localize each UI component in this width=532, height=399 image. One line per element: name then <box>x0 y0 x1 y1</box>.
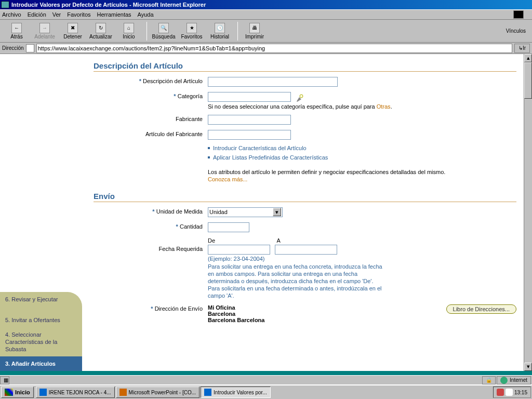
scrollbar[interactable]: ▴ ▾ <box>524 54 532 371</box>
menu-favoritos[interactable]: Favoritos <box>67 11 90 18</box>
clock: 13:15 <box>514 390 527 395</box>
envio-line2: Barcelona <box>208 311 446 317</box>
scroll-thumb[interactable] <box>524 62 532 99</box>
input-fecha-de[interactable] <box>208 245 270 255</box>
task-ie-active[interactable]: Introducir Valores por... <box>201 387 271 398</box>
label-categoria: Categoría <box>178 93 203 99</box>
back-button[interactable]: ←Atrás <box>3 23 30 39</box>
label-fecha: Fecha Requerida <box>159 246 203 252</box>
status-icon: ▦ <box>0 376 9 384</box>
window-title: Introducir Valores por Defecto de Artícu… <box>11 2 206 8</box>
links-label[interactable]: Vínculos <box>503 28 529 34</box>
step-6[interactable]: 6. Revisar y Ejecutar <box>0 292 82 313</box>
link-caracteristicas[interactable]: Introducir Características del Artículo <box>208 145 307 151</box>
tray-icon-1[interactable] <box>497 389 504 396</box>
svg-point-1 <box>300 95 303 98</box>
status-lock-icon: 🔒 <box>482 376 496 384</box>
menu-bar: Archivo Edición Ver Favoritos Herramient… <box>0 9 532 20</box>
print-button[interactable]: 🖶Imprimir <box>241 23 268 39</box>
page-viewport: 6. Revisar y Ejecutar 5. Invitar a Ofert… <box>0 54 532 371</box>
chevron-down-icon[interactable]: ▾ <box>273 208 281 216</box>
step-3-active[interactable]: 3. Añadir Artículos <box>0 356 82 371</box>
date-help-3: determinada o después, introduzca dicha … <box>208 277 516 285</box>
forward-button: →Adelante <box>31 23 58 39</box>
section-envio: Envío <box>94 192 516 202</box>
label-descripcion: Descripción del Artículo <box>143 78 203 84</box>
scroll-down-button[interactable]: ▾ <box>524 363 532 371</box>
label-de: De <box>208 237 275 244</box>
windows-icon <box>5 389 13 396</box>
scroll-up-button[interactable]: ▴ <box>524 54 532 62</box>
attr-text: Los atributos del artículo le permiten d… <box>208 169 445 175</box>
label-dir-envio: Dirección de Envío <box>155 305 203 312</box>
link-listas[interactable]: Aplicar Listas Predefinidas de Caracterí… <box>208 154 328 161</box>
ie-logo-icon <box>513 10 524 19</box>
input-fecha-a[interactable] <box>275 245 337 255</box>
input-cantidad[interactable] <box>208 222 249 232</box>
stop-button[interactable]: ✖Detener <box>59 23 86 39</box>
section-descripcion: Descripción del Artículo <box>94 61 516 72</box>
input-descripcion[interactable] <box>208 77 338 87</box>
start-button[interactable]: Inicio <box>1 387 34 398</box>
date-help-1: Para solicitar una entrega en una fecha … <box>208 263 516 270</box>
system-tray[interactable]: 13:15 <box>493 387 531 398</box>
label-cantidad: Cantidad <box>180 223 203 230</box>
menu-archivo[interactable]: Archivo <box>2 11 21 18</box>
address-input[interactable] <box>36 44 512 53</box>
page-icon <box>26 44 34 52</box>
input-fabricante[interactable] <box>208 115 291 125</box>
date-help-4: Para solicitarla en una fecha determinad… <box>208 285 516 292</box>
globe-icon <box>500 377 508 384</box>
go-button[interactable]: ↳ Ir <box>514 44 530 53</box>
task-powerpoint[interactable]: Microsoft PowerPoint - [CO... <box>116 387 200 398</box>
input-categoria[interactable] <box>208 92 291 102</box>
menu-ayuda[interactable]: Ayuda <box>138 11 154 18</box>
home-button[interactable]: ⌂Inicio <box>115 23 142 39</box>
toolbar: ←Atrás →Adelante ✖Detener ↻Actualizar ⌂I… <box>0 20 532 43</box>
date-help-2: en ambos campos. Para solicitar una entr… <box>208 270 516 277</box>
label-fabricante: Fabricante <box>176 116 203 122</box>
address-label: Dirección <box>2 45 24 51</box>
label-art-fab: Artículo del Fabricante <box>145 131 203 137</box>
menu-ver[interactable]: Ver <box>52 11 61 18</box>
menu-edicion[interactable]: Edición <box>28 11 46 18</box>
label-a: A <box>276 237 280 244</box>
svg-marker-0 <box>297 97 301 102</box>
example-date: (Ejemplo: 23-04-2004) <box>208 256 516 262</box>
window-titlebar: Introducir Valores por Defecto de Artícu… <box>0 0 532 9</box>
taskbar: Inicio IRENE TEJON ROCA - 4... Microsoft… <box>0 384 532 399</box>
search-button[interactable]: 🔍Búsqueda <box>150 23 177 39</box>
ie-icon <box>1 1 9 8</box>
tray-icon-2[interactable] <box>506 389 513 396</box>
favorites-button[interactable]: ★Favoritos <box>178 23 205 39</box>
envio-line1: Mi Oficina <box>208 304 446 311</box>
wizard-sidebar: 6. Revisar y Ejecutar 5. Invitar a Ofert… <box>0 292 82 371</box>
select-unidad[interactable]: Unidad▾ <box>208 207 283 217</box>
history-button[interactable]: 🕓Historial <box>206 23 233 39</box>
link-conozca[interactable]: Conozca más... <box>208 176 247 182</box>
date-help-5: campo 'A'. <box>208 292 516 299</box>
label-unidad: Unidad de Medida <box>156 208 203 215</box>
status-zone: Internet <box>497 376 531 384</box>
refresh-button[interactable]: ↻Actualizar <box>87 23 114 39</box>
btn-libro-direcciones[interactable]: Libro de Direcciones... <box>446 304 516 314</box>
task-irene[interactable]: IRENE TEJON ROCA - 4... <box>36 387 115 398</box>
form-content: Descripción del Artículo * Descripción d… <box>88 54 522 371</box>
menu-herramientas[interactable]: Herramientas <box>97 11 131 18</box>
cat-hint: Si no desea seleccionar una categoría es… <box>208 103 377 110</box>
flashlight-icon[interactable] <box>296 93 305 102</box>
step-4[interactable]: 4. Seleccionar Características de la Sub… <box>0 327 82 356</box>
input-art-fab[interactable] <box>208 130 291 140</box>
link-otras[interactable]: Otras <box>377 103 391 110</box>
envio-line3: Barcelona Barcelona <box>208 317 446 323</box>
address-bar: Dirección ↳ Ir <box>0 43 532 54</box>
status-bar: ▦ 🔒 Internet <box>0 375 532 384</box>
step-5[interactable]: 5. Invitar a Ofertantes <box>0 313 82 327</box>
